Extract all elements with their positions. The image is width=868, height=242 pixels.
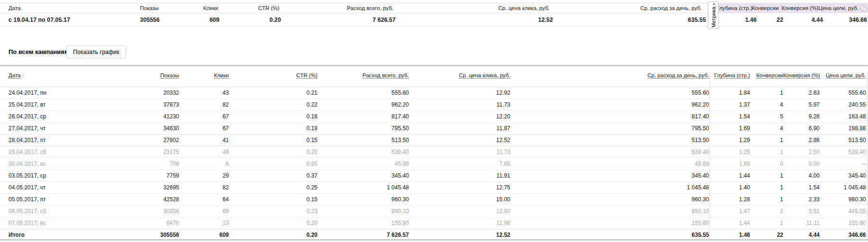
column-header-sort[interactable]: Конверсии bbox=[750, 71, 783, 87]
table-cell: 05.05.2017, пт bbox=[0, 194, 142, 206]
table-cell: 30354 bbox=[142, 206, 179, 217]
table-cell: 11.98 bbox=[409, 217, 510, 229]
table-cell: 1.40 bbox=[709, 182, 750, 194]
table-cell: 11.73 bbox=[409, 99, 510, 111]
table-cell: 06.05.2017, сб bbox=[0, 206, 142, 217]
column-header-link[interactable]: Расход всего, руб. bbox=[362, 72, 409, 79]
column-header-sort[interactable]: Конверсия (%) bbox=[783, 71, 820, 87]
summary-column-header: Клики bbox=[159, 3, 218, 13]
column-header-link[interactable]: Глубина (стр.) bbox=[714, 72, 750, 79]
table-cell: – bbox=[820, 158, 867, 170]
table-cell: 12.20 bbox=[409, 111, 510, 123]
table-cell: 1.29 bbox=[709, 134, 750, 146]
table-row: 07.05.2017, вс6470130.20155.8011.98155.8… bbox=[0, 217, 867, 229]
table-cell: 555.60 bbox=[510, 87, 709, 99]
campaigns-section-bar: По всем кампаниям Показать график bbox=[0, 45, 868, 59]
table-cell: 539.40 bbox=[820, 146, 867, 158]
table-cell: 37873 bbox=[142, 99, 179, 111]
table-cell: 04.05.2017, чт bbox=[0, 182, 142, 194]
table-cell: 1.25 bbox=[709, 146, 750, 158]
table-cell: 960.30 bbox=[820, 194, 867, 206]
table-cell: 1 bbox=[750, 194, 783, 206]
column-header-link[interactable]: Клики bbox=[214, 72, 229, 79]
summary-header-row: ДатаПоказыКликиCTR (%)Расход всего, руб.… bbox=[0, 3, 868, 13]
daily-stats-table: Дата↑ПоказыКликиCTR (%)Расход всего, руб… bbox=[0, 71, 868, 241]
help-icon[interactable]: ? bbox=[860, 5, 867, 11]
table-cell: 1.69 bbox=[709, 123, 750, 134]
sort-ascending-icon: ↑ bbox=[22, 72, 25, 78]
summary-value-cell: 305556 bbox=[123, 13, 160, 26]
table-cell: 890.10 bbox=[317, 206, 409, 217]
table-cell: 1.44 bbox=[709, 217, 750, 229]
table-cell: 23175 bbox=[142, 146, 179, 158]
column-header-sort[interactable]: Клики bbox=[179, 71, 229, 87]
table-cell: 0.00 bbox=[783, 158, 820, 170]
table-cell: 1.54 bbox=[783, 182, 820, 194]
table-row: 29.04.2017, сб23175460.20539.4011.73539.… bbox=[0, 146, 867, 158]
table-row: 05.05.2017, пт42528640.15960.3015.00960.… bbox=[0, 194, 867, 206]
section-title: По всем кампаниям bbox=[9, 48, 69, 55]
table-cell: 43 bbox=[179, 87, 229, 99]
table-row: 04.05.2017, чт32695820.251 045.4812.751 … bbox=[0, 182, 867, 194]
summary-column-header: Дата bbox=[0, 3, 123, 13]
column-header-link[interactable]: Конверсия (%) bbox=[783, 72, 820, 79]
table-cell: 890.10 bbox=[510, 206, 709, 217]
column-header-link[interactable]: Цена цели, руб. bbox=[826, 72, 866, 79]
summary-metrika-value-cell: 22 bbox=[757, 13, 783, 26]
table-cell: 555.60 bbox=[317, 87, 409, 99]
table-cell: 28.04.2017, пт bbox=[0, 134, 142, 146]
column-header-sort[interactable]: Ср. цена клика, руб. bbox=[409, 71, 510, 87]
table-cell: 513.50 bbox=[510, 134, 709, 146]
metrika-tab-label: Метрика bbox=[711, 7, 716, 27]
table-cell: 4 bbox=[750, 99, 783, 111]
table-cell: 2.50 bbox=[783, 146, 820, 158]
column-header-sort[interactable]: Цена цели, руб. bbox=[820, 71, 867, 87]
table-row: 24.04.2017, пн20332430.21555.6012.92555.… bbox=[0, 87, 867, 99]
table-cell: 1.44 bbox=[709, 170, 750, 182]
table-cell: 2.86 bbox=[783, 134, 820, 146]
table-cell: 45.89 bbox=[510, 158, 709, 170]
table-cell: 2.33 bbox=[783, 194, 820, 206]
table-cell: 67 bbox=[179, 123, 229, 134]
column-header-link[interactable]: CTR (%) bbox=[296, 72, 317, 79]
table-cell: 12.92 bbox=[409, 87, 510, 99]
show-chart-button[interactable]: Показать график bbox=[66, 45, 126, 58]
table-cell: 07.05.2017, вс bbox=[0, 217, 142, 229]
table-cell: 1 bbox=[750, 146, 783, 158]
table-cell: 11.11 bbox=[783, 217, 820, 229]
table-cell: 29 bbox=[179, 170, 229, 182]
table-cell: 29.04.2017, сб bbox=[0, 146, 142, 158]
column-header-sort[interactable]: Показы bbox=[142, 71, 179, 87]
table-cell: 155.80 bbox=[820, 217, 867, 229]
column-header-link[interactable]: Ср. цена клика, руб. bbox=[459, 72, 510, 79]
column-header-link[interactable]: Дата bbox=[9, 72, 20, 79]
metrika-tab[interactable]: Метрика» bbox=[708, 1, 719, 29]
column-header-sort[interactable]: Ср. расход за день, руб. bbox=[510, 71, 709, 87]
table-cell: 795.50 bbox=[317, 123, 409, 134]
table-cell: 960.30 bbox=[317, 194, 409, 206]
section-divider bbox=[0, 65, 868, 66]
table-cell: 708 bbox=[142, 158, 179, 170]
column-header-sort[interactable]: Расход всего, руб. bbox=[317, 71, 409, 87]
column-header-link[interactable]: Показы bbox=[160, 72, 179, 79]
column-header-sort[interactable]: CTR (%) bbox=[229, 71, 317, 87]
table-cell: 42528 bbox=[142, 194, 179, 206]
table-cell: 0.21 bbox=[229, 87, 317, 99]
table-cell: 27.04.2017, чт bbox=[0, 123, 142, 134]
table-header-row: Дата↑ПоказыКликиCTR (%)Расход всего, руб… bbox=[0, 71, 867, 87]
table-cell: 0.25 bbox=[229, 182, 317, 194]
column-header-link[interactable]: Конверсии bbox=[756, 72, 783, 79]
column-header-link[interactable]: Ср. расход за день, руб. bbox=[648, 72, 709, 79]
column-header-sort[interactable]: Дата↑ bbox=[0, 71, 142, 87]
summary-column-header: Ср. цена клика, руб. bbox=[393, 3, 550, 13]
column-header-sort[interactable]: Глубина (стр.) bbox=[709, 71, 750, 87]
table-cell: 0.22 bbox=[229, 99, 317, 111]
table-cell: 1.47 bbox=[709, 206, 750, 217]
summary-metrika-column-header: Цена цели, руб.? bbox=[818, 3, 868, 13]
table-cell: 13 bbox=[179, 217, 229, 229]
summary-table: ДатаПоказыКликиCTR (%)Расход всего, руб.… bbox=[0, 3, 868, 27]
table-cell: 2.63 bbox=[783, 87, 820, 99]
table-cell: 513.50 bbox=[317, 134, 409, 146]
chevron-collapse-icon: » bbox=[711, 3, 716, 6]
table-cell: 0.16 bbox=[229, 111, 317, 123]
